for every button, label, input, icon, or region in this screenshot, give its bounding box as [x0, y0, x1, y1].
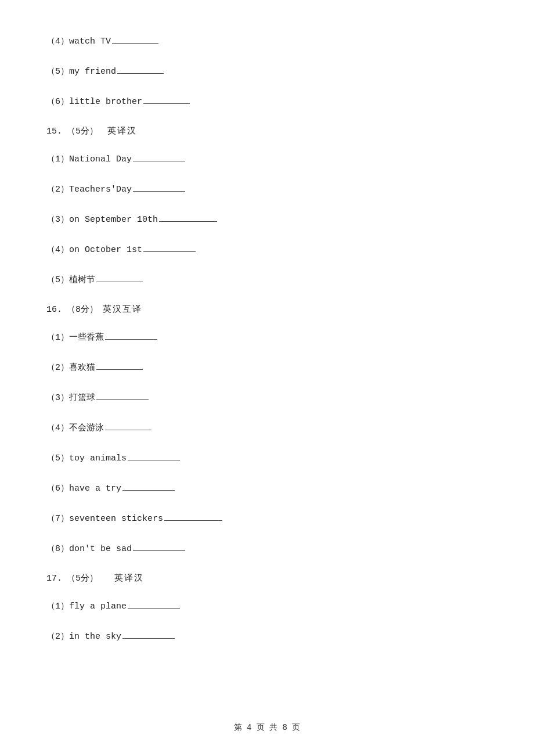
answer-blank[interactable]	[96, 399, 149, 400]
answer-blank[interactable]	[133, 550, 185, 551]
list-item: （6）little brother	[46, 95, 488, 109]
answer-blank[interactable]	[143, 103, 190, 104]
list-item: （2）in the sky	[46, 630, 488, 644]
list-item: （1）一些香蕉	[46, 331, 488, 345]
list-item: （4）watch TV	[46, 35, 488, 49]
list-item: （7）seventeen stickers	[46, 512, 488, 526]
answer-blank[interactable]	[105, 430, 151, 430]
section-17-items: （1）fly a plane （2）in the sky	[46, 600, 488, 644]
answer-blank[interactable]	[133, 191, 185, 192]
section-number: 16.	[46, 305, 62, 315]
item-label: （5）toy animals	[46, 452, 127, 466]
item-label: （4）不会游泳	[46, 422, 104, 435]
item-label: （1）National Day	[46, 153, 132, 167]
section-15-header: 15. （5分） 英译汉	[46, 125, 488, 136]
section-score: （8分）	[67, 304, 98, 315]
answer-blank[interactable]	[128, 608, 180, 609]
item-label: （5）植树节	[46, 273, 95, 287]
list-item: （5）toy animals	[46, 452, 488, 466]
section-title: 英译汉	[107, 125, 137, 136]
section-15-items: （1）National Day （2）Teachers'Day （3）on Se…	[46, 153, 488, 287]
item-label: （3）on September 10th	[46, 213, 158, 227]
list-item: （2）Teachers'Day	[46, 183, 488, 197]
section-number: 17.	[46, 574, 62, 584]
item-label: （3）打篮球	[46, 391, 95, 405]
section-16-items: （1）一些香蕉 （2）喜欢猫 （3）打篮球 （4）不会游泳 （5）toy ani…	[46, 331, 488, 556]
list-item: （8）don't be sad	[46, 542, 488, 556]
list-item: （3）on September 10th	[46, 213, 488, 227]
answer-blank[interactable]	[117, 73, 164, 74]
continuation-section: （4）watch TV （5）my friend （6）little broth…	[46, 35, 488, 109]
item-label: （2）Teachers'Day	[46, 183, 132, 197]
list-item: （5）my friend	[46, 65, 488, 79]
answer-blank[interactable]	[128, 460, 180, 460]
page-footer: 第 4 页 共 8 页	[0, 722, 534, 733]
item-label: （6）little brother	[46, 95, 142, 109]
item-label: （4）on October 1st	[46, 243, 142, 257]
item-label: （7）seventeen stickers	[46, 512, 163, 526]
section-16-header: 16. （8分） 英汉互译	[46, 304, 488, 315]
item-label: （8）don't be sad	[46, 542, 132, 556]
footer-text: 第 4 页 共 8 页	[234, 723, 301, 732]
list-item: （1）National Day	[46, 153, 488, 167]
answer-blank[interactable]	[164, 520, 222, 521]
list-item: （4）on October 1st	[46, 243, 488, 257]
answer-blank[interactable]	[96, 282, 143, 282]
section-number: 15.	[46, 127, 62, 136]
item-label: （1）fly a plane	[46, 600, 127, 614]
item-label: （4）watch TV	[46, 35, 111, 49]
section-title: 英译汉	[114, 573, 144, 584]
page-content: （4）watch TV （5）my friend （6）little broth…	[46, 35, 488, 644]
answer-blank[interactable]	[122, 638, 175, 639]
list-item: （4）不会游泳	[46, 422, 488, 435]
answer-blank[interactable]	[143, 251, 196, 252]
section-title: 英汉互译	[103, 304, 142, 315]
answer-blank[interactable]	[122, 490, 175, 491]
item-label: （1）一些香蕉	[46, 331, 104, 345]
list-item: （3）打篮球	[46, 391, 488, 405]
answer-blank[interactable]	[105, 339, 157, 340]
answer-blank[interactable]	[112, 43, 158, 44]
item-label: （2）喜欢猫	[46, 361, 95, 375]
list-item: （5）植树节	[46, 273, 488, 287]
item-label: （5）my friend	[46, 65, 116, 79]
answer-blank[interactable]	[159, 221, 217, 222]
section-score: （5分）	[67, 125, 98, 136]
section-17-header: 17. （5分） 英译汉	[46, 573, 488, 584]
answer-blank[interactable]	[96, 369, 143, 370]
item-label: （2）in the sky	[46, 630, 121, 644]
list-item: （1）fly a plane	[46, 600, 488, 614]
list-item: （2）喜欢猫	[46, 361, 488, 375]
item-label: （6）have a try	[46, 482, 121, 496]
section-score: （5分）	[67, 573, 98, 584]
list-item: （6）have a try	[46, 482, 488, 496]
answer-blank[interactable]	[133, 161, 185, 161]
